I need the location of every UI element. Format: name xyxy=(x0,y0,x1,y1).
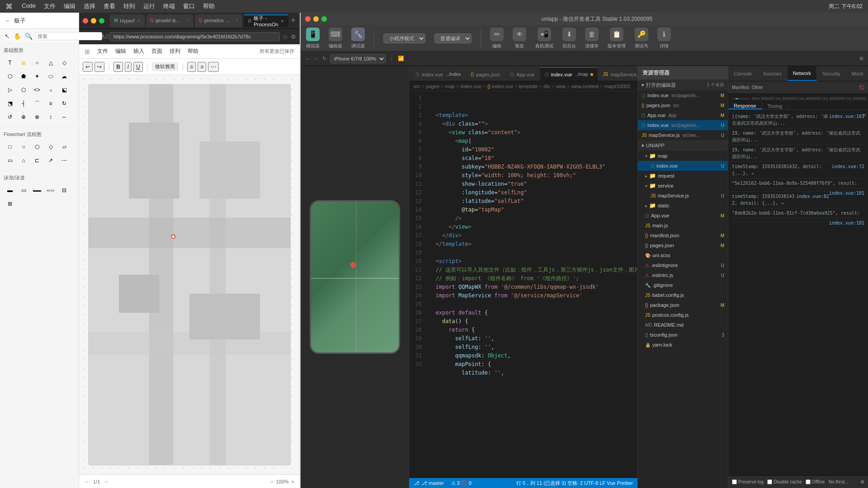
wechat-maximize-btn[interactable] xyxy=(321,16,327,22)
offline-checkbox[interactable] xyxy=(806,479,811,484)
device-forward-btn[interactable]: → xyxy=(314,56,319,61)
offline-check[interactable]: Offline xyxy=(806,479,825,484)
font-select[interactable]: 微软雅黑 xyxy=(152,62,178,71)
preserve-log-check[interactable]: Preserve log xyxy=(732,479,764,484)
hand-tool[interactable]: ✋ xyxy=(13,32,22,41)
back-btn[interactable]: ← xyxy=(5,18,10,23)
inspect-icon[interactable]: ⊞ xyxy=(859,56,863,61)
pool-h2[interactable]: ▬▬ xyxy=(31,184,43,197)
bc-view[interactable]: view xyxy=(556,84,566,89)
shape-bracket[interactable]: ┤ xyxy=(17,97,30,110)
browser-tab-processon[interactable]: P 板子 - ProcessOn × xyxy=(244,14,288,27)
menu-help[interactable]: 帮助 xyxy=(188,47,198,55)
folder-map[interactable]: ▾ 📁 map xyxy=(638,151,728,161)
menu-run[interactable]: 运行 xyxy=(143,2,155,10)
shape-search[interactable] xyxy=(35,32,102,40)
align-center[interactable]: ≡ xyxy=(198,62,206,72)
align-left[interactable]: ≡ xyxy=(187,62,196,72)
menu-file[interactable]: 文件 xyxy=(97,47,108,55)
git-branch[interactable]: ⎇ ⎇ master xyxy=(414,480,444,486)
bc-map[interactable]: map xyxy=(445,84,455,89)
disable-cache-check[interactable]: Disable cache xyxy=(767,479,802,484)
bc-template[interactable]: template xyxy=(519,84,538,89)
fc-rect[interactable]: □ xyxy=(4,141,16,153)
shape-updown[interactable]: ↕ xyxy=(44,111,57,123)
browser-tab-georadius[interactable]: G georadius 命令 -- Redis中国用... × xyxy=(195,14,241,27)
pool-h1[interactable]: ▬ xyxy=(4,184,16,197)
file-index-vue[interactable]: ⬡ index.vue U xyxy=(638,161,728,171)
italic-btn[interactable]: I xyxy=(125,62,132,72)
file-manifest-json[interactable]: {} manifest.json M xyxy=(638,230,728,240)
bc-index-vue2[interactable]: index.vue xyxy=(492,84,513,89)
open-file-mapservice[interactable]: JS mapService.js src/ser... U xyxy=(638,130,728,140)
folder-static[interactable]: ▸ 📁 static xyxy=(638,201,728,211)
menu-goto[interactable]: 转到 xyxy=(123,2,135,10)
wechat-close-btn[interactable] xyxy=(305,16,311,22)
menu-arrange[interactable]: 排列 xyxy=(170,47,180,55)
file-gitignore[interactable]: 🔧 .gitignore xyxy=(638,280,728,290)
debugger-btn[interactable]: 🔧 调试器 xyxy=(351,28,365,49)
shape-rotate-ccw[interactable]: ↺ xyxy=(4,111,16,123)
version-mgmt-btn[interactable]: 📋 版本管理 xyxy=(608,28,626,49)
simulator-btn[interactable]: 📱 模拟器 xyxy=(306,28,320,49)
editor-tab-mapservice[interactable]: JS mapService.js xyxy=(599,67,637,81)
clear-cache-btn[interactable]: 🗑 清缓存 xyxy=(585,28,599,49)
fc-more[interactable]: ⋯ xyxy=(58,154,71,167)
canvas-content[interactable] xyxy=(88,84,291,465)
select-tool[interactable]: ↖ xyxy=(4,32,11,41)
bc-pages[interactable]: pages xyxy=(426,84,439,89)
menu-window[interactable]: 窗口 xyxy=(183,2,195,10)
editor-btn[interactable]: ⌨ 编辑器 xyxy=(329,28,342,49)
background-btn[interactable]: ⬇ 切后台 xyxy=(562,28,576,49)
manifest-tab[interactable]: Manifest xyxy=(732,85,749,90)
tab-close-btn[interactable]: × xyxy=(137,17,141,24)
editor-tab-app-vue[interactable]: ⬡ App.vue xyxy=(505,67,539,81)
shape-arc[interactable]: ⌒ xyxy=(31,97,43,110)
shape-plus-circle[interactable]: ⊕ xyxy=(17,111,30,123)
shape-halfrect1[interactable]: ⬕ xyxy=(58,84,71,96)
file-uni-scss[interactable]: 🎨 uni.scss xyxy=(638,250,728,260)
zoom-out-btn[interactable]: − xyxy=(270,479,273,484)
open-editors-section[interactable]: ▾ 打开的编辑器 1 个未存 xyxy=(638,80,728,90)
menu-edit[interactable]: 编辑 xyxy=(115,47,126,55)
tab-security[interactable]: Security xyxy=(817,66,846,81)
shape-text[interactable]: T xyxy=(4,56,16,69)
menu-select[interactable]: 选择 xyxy=(84,2,95,10)
fc-diamond[interactable]: ◇ xyxy=(44,141,57,153)
tab-mock[interactable]: Mock xyxy=(846,66,868,81)
timing-tab[interactable]: Timing xyxy=(762,103,788,109)
real-device-btn[interactable]: 📲 真机调试 xyxy=(535,28,553,49)
file-postcss-config[interactable]: JS postcss.config.js xyxy=(638,310,728,320)
tab-close-geoadd[interactable]: × xyxy=(187,18,190,23)
zoom-in-btn[interactable]: + xyxy=(292,479,294,484)
bold-btn[interactable]: B xyxy=(113,62,123,72)
shape-ellipse[interactable]: ⬭ xyxy=(44,70,57,83)
pool-minus[interactable]: ⊟ xyxy=(58,184,71,197)
menu-code[interactable]: Code xyxy=(22,2,36,10)
shape-leftright[interactable]: ↔ xyxy=(58,111,71,123)
menu-help[interactable]: 帮助 xyxy=(203,2,215,10)
url-input[interactable] xyxy=(109,32,280,41)
bc-index-vue[interactable]: index.vue xyxy=(460,84,481,89)
shape-x-circle[interactable]: ⊗ xyxy=(31,111,43,123)
settings-icon[interactable]: ⚙ xyxy=(860,479,864,484)
undo-btn[interactable]: ↩ xyxy=(83,62,93,72)
shape-octagon[interactable]: ⬟ xyxy=(17,70,30,83)
bc-div[interactable]: div xyxy=(543,84,550,89)
editor-tab-index-root[interactable]: ⬡ index.vue ../index xyxy=(411,67,465,81)
redo-btn[interactable]: ↪ xyxy=(94,62,104,72)
shape-hexagon[interactable]: ⬡ xyxy=(4,70,16,83)
fc-hex[interactable]: ⬡ xyxy=(31,141,43,153)
dismiss-btn[interactable]: × xyxy=(863,112,866,119)
fc-arrow[interactable]: ↗ xyxy=(44,154,57,167)
apple-menu[interactable]: ⌘ xyxy=(5,2,13,11)
clear-log-btn[interactable]: 🚫 xyxy=(859,85,864,90)
pool-plus[interactable]: ⊞ xyxy=(4,197,16,210)
menu-terminal[interactable]: 终端 xyxy=(163,2,175,10)
menu-insert[interactable]: 插入 xyxy=(133,47,144,55)
file-package-json[interactable]: {} package.json M xyxy=(638,300,728,310)
file-app-vue[interactable]: ⬡ App.vue M xyxy=(638,211,728,221)
shape-star[interactable]: ✦ xyxy=(31,70,43,83)
pool-v2[interactable]: ▭▭ xyxy=(44,184,57,197)
mode-select[interactable]: 小程序模式 xyxy=(383,33,425,43)
